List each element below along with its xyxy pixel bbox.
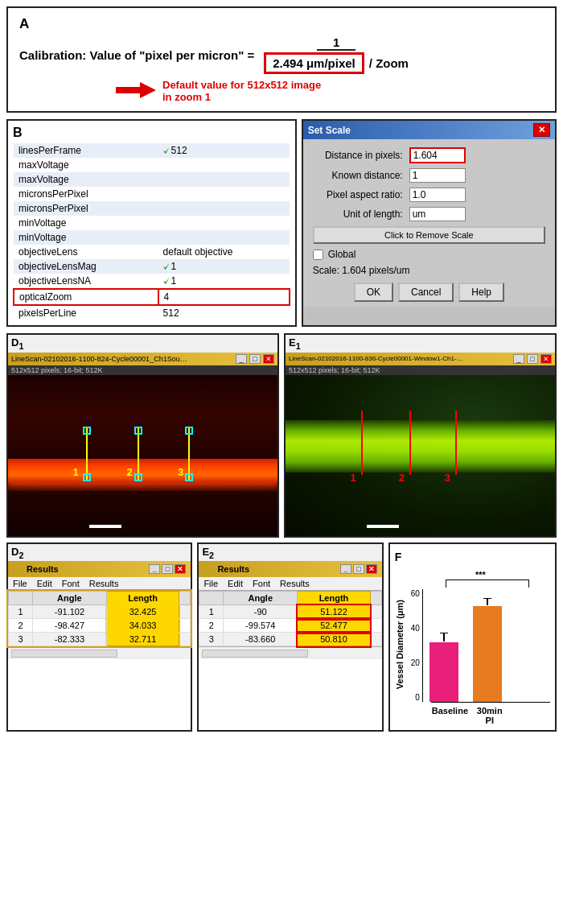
d2-menu-results[interactable]: Results [89, 579, 119, 588]
params-row: objectiveLensNA1 [14, 274, 290, 289]
check-icon [163, 263, 170, 270]
param-name: objectiveLensNA [14, 274, 158, 289]
section-f: F Vessel Diameter (μm) *** [388, 542, 557, 732]
f-label: F [395, 551, 402, 563]
check-icon [163, 147, 170, 154]
param-name: objectiveLensMag [14, 259, 158, 274]
e1-maximize[interactable]: □ [527, 354, 538, 364]
global-checkbox[interactable] [313, 250, 323, 260]
row-angle: -90 [224, 605, 298, 619]
pi-error [483, 598, 491, 606]
d1-minimize[interactable]: _ [236, 354, 247, 364]
e1-canvas: 1 2 3 [286, 375, 555, 536]
e1-minimize[interactable]: _ [513, 354, 524, 364]
e1-controls: _ □ ✕ [513, 354, 552, 364]
row-scroll [179, 605, 191, 619]
params-row: maxVoltage [14, 158, 290, 172]
e2-menu-font[interactable]: Font [253, 579, 270, 588]
d1-controls: _ □ ✕ [236, 354, 274, 364]
remove-scale-button[interactable]: Click to Remove Scale [313, 226, 545, 244]
row-length: 34.033 [106, 619, 179, 633]
stat-sig-label: *** [475, 570, 486, 580]
set-scale-field-input[interactable] [409, 168, 466, 183]
e2-scrollbar[interactable] [202, 650, 308, 658]
set-scale-close-btn[interactable]: ✕ [533, 123, 550, 137]
d1-title: LineScan-02102016-1100-824-Cycle00001_Ch… [11, 355, 188, 363]
params-row: maxVoltage [14, 172, 290, 187]
d2-menu-edit[interactable]: Edit [37, 579, 52, 588]
fraction: 1 2.494 μm/pixel / Zoom [264, 35, 409, 74]
d2-scrollbar[interactable] [11, 650, 117, 658]
set-scale-field-label: Known distance: [313, 170, 409, 181]
d2-col-scroll [179, 592, 191, 605]
set-scale-title: Set Scale [308, 125, 351, 136]
section-c: Set Scale ✕ Distance in pixels:Known dis… [302, 119, 557, 327]
d2-menu: File Edit Font Results [8, 577, 191, 591]
param-value [158, 201, 290, 216]
d1-maximize[interactable]: □ [249, 354, 261, 364]
ok-button[interactable]: OK [354, 283, 393, 302]
section-b-label: B [13, 126, 290, 140]
cancel-button[interactable]: Cancel [398, 283, 454, 302]
set-scale-field-input[interactable] [409, 188, 466, 202]
e2-menu-file[interactable]: File [203, 579, 218, 588]
row-angle: -91.102 [32, 605, 106, 619]
param-value: 1 [158, 274, 290, 289]
d2-col-angle: Angle [32, 592, 106, 605]
set-scale-field-label: Pixel aspect ratio: [313, 189, 409, 200]
set-scale-field-row: Pixel aspect ratio: [313, 188, 545, 202]
row-scroll [179, 619, 191, 633]
e2-col-length: Length [298, 592, 371, 605]
params-row: micronsPerPixel [14, 187, 290, 201]
set-scale-field-input[interactable] [409, 147, 466, 163]
e2-menu-results[interactable]: Results [280, 579, 310, 588]
e1-close[interactable]: ✕ [540, 354, 552, 364]
row-scroll [370, 619, 381, 633]
e2-close[interactable]: ✕ [366, 564, 377, 574]
d1-dot-3a [185, 427, 193, 435]
e2-minimize[interactable]: _ [340, 564, 351, 574]
d2-menu-font[interactable]: Font [62, 579, 80, 588]
d2-close[interactable]: ✕ [175, 564, 186, 574]
params-row: minVoltage [14, 230, 290, 245]
e2-maximize[interactable]: □ [353, 564, 364, 574]
d2-minimize[interactable]: _ [149, 564, 160, 574]
e2-menu-edit[interactable]: Edit [228, 579, 243, 588]
help-button[interactable]: Help [458, 283, 504, 302]
set-scale-body: Distance in pixels:Known distance:Pixel … [303, 139, 555, 307]
param-value: 512 [158, 305, 290, 320]
e2-titlebar: ⚠ Results _ □ ✕ [199, 561, 381, 577]
de2f-row: D2 ⚠ Results _ □ ✕ File Edit Font Result… [6, 542, 557, 732]
param-name: maxVoltage [14, 172, 158, 187]
row-length: 52.477 [298, 619, 371, 633]
d2-menu-file[interactable]: File [13, 579, 27, 588]
global-label: Global [328, 249, 356, 260]
scale-info: Scale: 1.604 pixels/um [313, 265, 545, 276]
row-length: 50.810 [298, 633, 371, 646]
row-num: 1 [9, 605, 33, 619]
section-b: B linesPerFrame512maxVoltagemaxVoltagemi… [6, 119, 297, 327]
d2-maximize[interactable]: □ [162, 564, 173, 574]
table-row: 2-98.42734.033 [9, 619, 191, 633]
svg-marker-0 [116, 82, 156, 98]
param-name: maxVoltage [14, 158, 158, 172]
d1-dot-3b [185, 473, 193, 481]
calibration-row: Calibration: Value of "pixel per micron"… [19, 35, 544, 74]
d2-title: Results [27, 564, 59, 574]
row-num: 3 [9, 633, 33, 646]
e2-title: Results [217, 564, 249, 574]
d1-close[interactable]: ✕ [263, 354, 274, 364]
row-angle: -98.427 [32, 619, 106, 633]
row-length: 51.122 [298, 605, 371, 619]
table-row: 1-91.10232.425 [9, 605, 191, 619]
set-scale-field-input[interactable] [409, 207, 466, 221]
row-scroll [370, 605, 381, 619]
row-num: 1 [199, 605, 224, 619]
e1-title: LineScan-02102016-1100-836-Cycle00001-Wi… [289, 355, 466, 362]
section-a: A Calibration: Value of "pixel per micro… [6, 6, 557, 113]
section-e1: E1 LineScan-02102016-1100-836-Cycle00001… [284, 333, 557, 538]
default-note-text: Default value for 512x512 imagein zoom 1 [162, 79, 321, 103]
baseline-bar [429, 642, 458, 702]
params-row: pixelsPerLine512 [14, 305, 290, 320]
params-row: opticalZoom4 [14, 289, 290, 305]
